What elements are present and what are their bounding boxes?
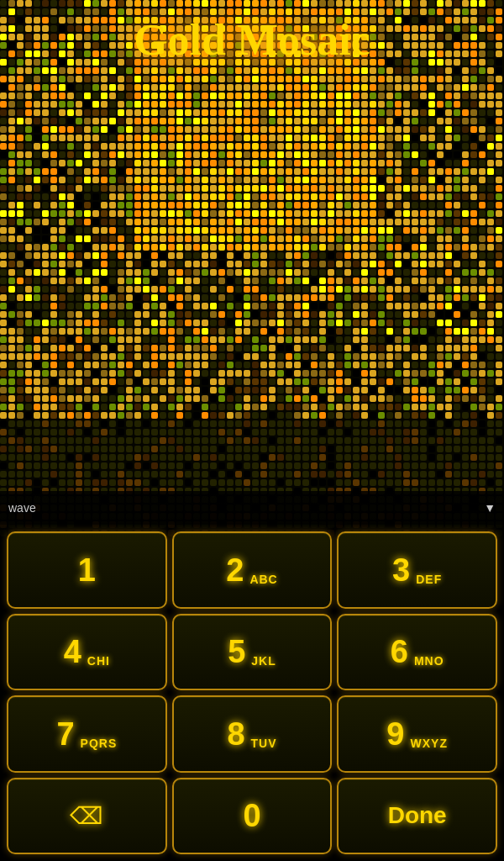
mosaic-canvas bbox=[0, 0, 504, 538]
backspace-icon: ⌫ bbox=[70, 802, 103, 830]
key-4-button[interactable]: 4 CHI bbox=[7, 614, 167, 691]
key-9-main: 9 bbox=[386, 718, 404, 750]
wave-arrow-icon[interactable]: ▼ bbox=[484, 501, 496, 515]
wave-label: wave bbox=[8, 501, 36, 515]
key-done-button[interactable]: Done bbox=[337, 778, 497, 855]
key-7-main: 7 bbox=[56, 718, 74, 750]
app-title: Gold Mosaic bbox=[0, 15, 504, 65]
key-6-button[interactable]: 6 MNO bbox=[337, 614, 497, 691]
mosaic-background bbox=[0, 0, 504, 538]
key-2-button[interactable]: 2 ABC bbox=[172, 531, 333, 609]
key-2-main: 2 bbox=[226, 554, 244, 586]
key-3-main: 3 bbox=[392, 554, 410, 586]
key-0-main: 0 bbox=[243, 800, 260, 832]
key-7-sub: PQRS bbox=[81, 737, 118, 750]
key-6-main: 6 bbox=[391, 636, 408, 668]
key-8-button[interactable]: 8 TUV bbox=[172, 695, 333, 773]
keyboard-area: wave ▼ 1 2 ABC 3 DEF 4 CHI bbox=[0, 491, 504, 861]
keypad: 1 2 ABC 3 DEF 4 CHI 5 JKL bbox=[0, 525, 504, 861]
key-8-sub: TUV bbox=[251, 737, 277, 750]
key-4-main: 4 bbox=[64, 636, 81, 668]
key-done-label: Done bbox=[388, 802, 447, 829]
key-1-button[interactable]: 1 bbox=[7, 531, 167, 609]
key-3-button[interactable]: 3 DEF bbox=[337, 531, 497, 609]
key-0-button[interactable]: 0 bbox=[172, 778, 333, 855]
key-8-main: 8 bbox=[227, 718, 244, 750]
key-6-sub: MNO bbox=[414, 654, 444, 668]
key-backspace-button[interactable]: ⌫ bbox=[7, 778, 167, 855]
key-5-main: 5 bbox=[228, 636, 245, 668]
key-3-sub: DEF bbox=[416, 573, 442, 586]
wave-bar: wave ▼ bbox=[0, 491, 504, 525]
key-5-sub: JKL bbox=[251, 654, 276, 668]
key-5-button[interactable]: 5 JKL bbox=[172, 614, 333, 691]
key-1-main: 1 bbox=[78, 554, 96, 586]
key-7-button[interactable]: 7 PQRS bbox=[7, 695, 167, 773]
key-4-sub: CHI bbox=[87, 654, 110, 668]
key-9-button[interactable]: 9 WXYZ bbox=[337, 695, 497, 773]
key-9-sub: WXYZ bbox=[411, 737, 448, 750]
key-2-sub: ABC bbox=[249, 573, 277, 586]
